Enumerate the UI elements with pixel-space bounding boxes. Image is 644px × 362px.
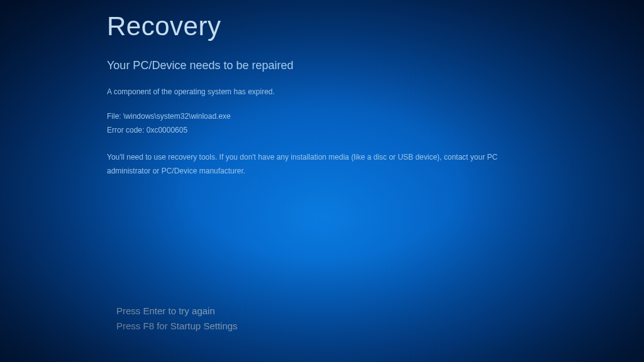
file-path: \windows\system32\winload.exe: [123, 112, 231, 121]
error-code-line: Error code: 0xc0000605: [107, 124, 537, 138]
enter-option: Press Enter to try again: [116, 304, 238, 319]
file-label: File:: [107, 112, 121, 121]
recovery-title: Recovery: [107, 11, 537, 41]
file-path-line: File: \windows\system32\winload.exe: [107, 110, 537, 124]
f8-option: Press F8 for Startup Settings: [116, 319, 238, 334]
recovery-subtitle: Your PC/Device needs to be repaired: [107, 59, 537, 72]
error-code: 0xc0000605: [147, 126, 187, 134]
recovery-description: A component of the operating system has …: [107, 86, 537, 97]
error-label: Error code:: [107, 126, 144, 134]
key-options-section: Press Enter to try again Press F8 for St…: [116, 304, 238, 334]
recovery-instructions: You'll need to use recovery tools. If yo…: [107, 151, 537, 178]
